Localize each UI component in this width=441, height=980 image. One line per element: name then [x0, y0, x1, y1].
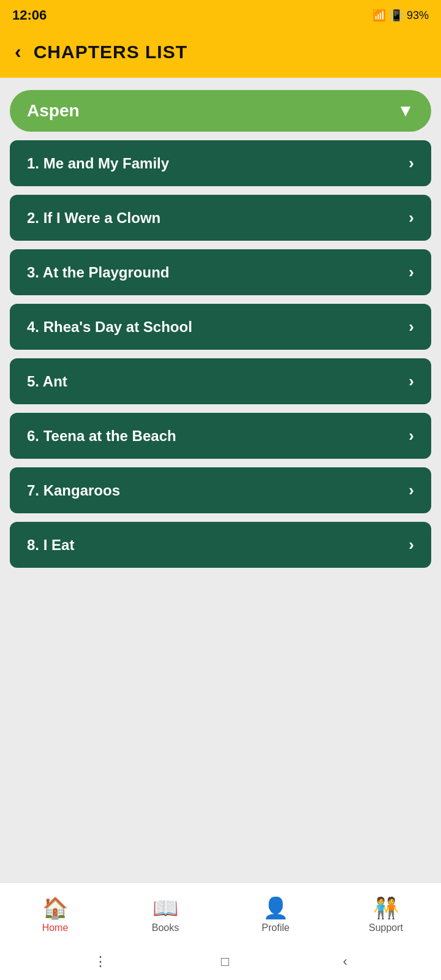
android-home-btn[interactable]: □ — [221, 954, 229, 970]
android-back-btn[interactable]: ‹ — [343, 954, 347, 970]
status-bar: 12:06 📶 📳 93% — [0, 0, 441, 31]
signal-icon: 📳 — [390, 9, 403, 22]
android-nav: ⋮ □ ‹ — [0, 943, 441, 980]
level-name: Aspen — [27, 101, 80, 121]
nav-support-label: Support — [369, 922, 403, 933]
back-button[interactable]: ‹ — [15, 40, 21, 63]
chapter-arrow-5: › — [409, 372, 414, 391]
nav-home-label: Home — [42, 922, 69, 933]
chapter-label-5: 5. Ant — [27, 373, 67, 390]
chapter-label-7: 7. Kangaroos — [27, 482, 120, 499]
chapter-arrow-6: › — [409, 426, 414, 445]
chapter-label-8: 8. I Eat — [27, 537, 74, 554]
status-time: 12:06 — [12, 7, 47, 23]
chevron-down-icon: ▼ — [397, 101, 414, 121]
chapter-arrow-1: › — [409, 154, 414, 173]
chapter-item-2[interactable]: 2. If I Were a Clown› — [10, 195, 431, 241]
wifi-icon: 📶 — [372, 9, 386, 22]
status-icons: 📶 📳 93% — [372, 9, 429, 22]
chapter-item-8[interactable]: 8. I Eat› — [10, 522, 431, 568]
chapter-arrow-3: › — [409, 263, 414, 282]
android-recent-btn[interactable]: ⋮ — [94, 954, 107, 970]
nav-profile[interactable]: 👤 Profile — [221, 895, 331, 933]
support-icon: 🧑‍🤝‍🧑 — [373, 895, 399, 920]
home-icon: 🏠 — [42, 895, 68, 920]
nav-books-label: Books — [152, 922, 179, 933]
chapter-label-4: 4. Rhea's Day at School — [27, 318, 192, 336]
chapter-label-2: 2. If I Were a Clown — [27, 209, 160, 227]
chapter-arrow-2: › — [409, 208, 414, 227]
books-icon: 📖 — [153, 895, 178, 920]
nav-profile-label: Profile — [262, 922, 289, 933]
chapters-list: 1. Me and My Family›2. If I Were a Clown… — [10, 140, 431, 568]
profile-icon: 👤 — [263, 895, 288, 920]
page-title: CHAPTERS LIST — [34, 42, 187, 62]
bottom-nav: 🏠 Home 📖 Books 👤 Profile 🧑‍🤝‍🧑 Support — [0, 882, 441, 943]
chapter-arrow-4: › — [409, 317, 414, 336]
chapter-arrow-8: › — [409, 535, 414, 554]
nav-support[interactable]: 🧑‍🤝‍🧑 Support — [331, 895, 441, 933]
chapter-item-6[interactable]: 6. Teena at the Beach› — [10, 413, 431, 459]
level-selector[interactable]: Aspen ▼ — [10, 90, 431, 132]
chapter-label-6: 6. Teena at the Beach — [27, 428, 176, 445]
chapter-item-1[interactable]: 1. Me and My Family› — [10, 140, 431, 186]
chapter-item-7[interactable]: 7. Kangaroos› — [10, 467, 431, 513]
chapter-item-3[interactable]: 3. At the Playground› — [10, 249, 431, 295]
nav-books[interactable]: 📖 Books — [110, 895, 221, 933]
header: ‹ CHAPTERS LIST — [0, 31, 441, 78]
main-content: Aspen ▼ 1. Me and My Family›2. If I Were… — [0, 78, 441, 882]
nav-home[interactable]: 🏠 Home — [0, 895, 110, 933]
chapter-item-4[interactable]: 4. Rhea's Day at School› — [10, 304, 431, 350]
chapter-label-1: 1. Me and My Family — [27, 155, 169, 172]
chapter-item-5[interactable]: 5. Ant› — [10, 358, 431, 404]
battery-icon: 93% — [407, 9, 429, 22]
chapter-label-3: 3. At the Playground — [27, 264, 169, 281]
chapter-arrow-7: › — [409, 481, 414, 500]
